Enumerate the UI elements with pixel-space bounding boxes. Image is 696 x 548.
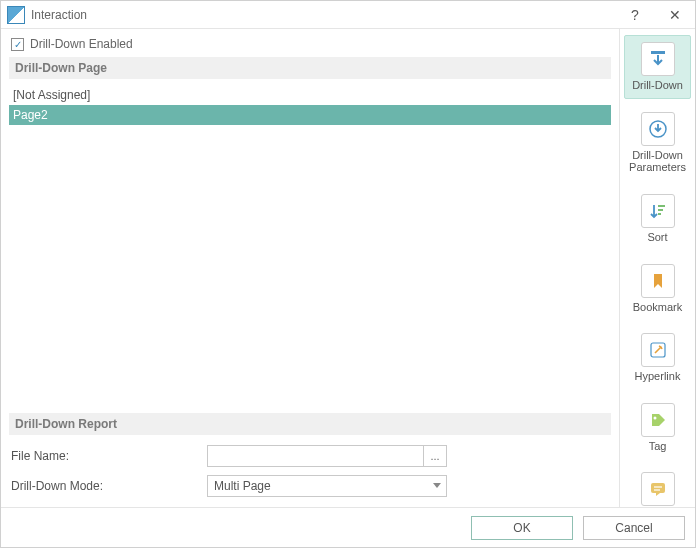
section-header-report: Drill-Down Report bbox=[9, 413, 611, 435]
page-list: [Not Assigned] Page2 bbox=[9, 85, 611, 125]
sidebar-item-bookmark[interactable]: Bookmark bbox=[624, 257, 691, 321]
tag-icon bbox=[641, 403, 675, 437]
close-button[interactable]: ✕ bbox=[655, 1, 695, 29]
titlebar: Interaction ? ✕ bbox=[1, 1, 695, 29]
sidebar-item-tag[interactable]: Tag bbox=[624, 396, 691, 460]
checkbox-icon: ✓ bbox=[11, 38, 24, 51]
spacer bbox=[9, 125, 611, 407]
cancel-button[interactable]: Cancel bbox=[583, 516, 685, 540]
sidebar-item-label: Drill-Down bbox=[632, 79, 683, 92]
app-icon bbox=[7, 6, 25, 24]
sidebar-item-label: Hyperlink bbox=[635, 370, 681, 383]
ok-button[interactable]: OK bbox=[471, 516, 573, 540]
drill-down-icon bbox=[641, 42, 675, 76]
checkbox-label: Drill-Down Enabled bbox=[30, 37, 133, 51]
sidebar-item-label: Drill-Down Parameters bbox=[627, 149, 688, 174]
mode-combo[interactable]: Multi Page bbox=[207, 475, 447, 497]
bookmark-icon bbox=[641, 264, 675, 298]
list-item[interactable]: Page2 bbox=[9, 105, 611, 125]
sidebar-item-drilldown[interactable]: Drill-Down bbox=[624, 35, 691, 99]
sort-icon bbox=[641, 194, 675, 228]
filename-input[interactable] bbox=[207, 445, 423, 467]
section-header-page: Drill-Down Page bbox=[9, 57, 611, 79]
svg-rect-7 bbox=[651, 483, 665, 493]
mode-combo-text: Multi Page bbox=[208, 479, 428, 493]
hyperlink-icon bbox=[641, 333, 675, 367]
mode-label: Drill-Down Mode: bbox=[9, 479, 199, 493]
drilldown-enabled-checkbox[interactable]: ✓ Drill-Down Enabled bbox=[9, 35, 611, 57]
sidebar-item-hyperlink[interactable]: Hyperlink bbox=[624, 326, 691, 390]
sidebar-item-sort[interactable]: Sort bbox=[624, 187, 691, 251]
svg-point-6 bbox=[653, 416, 656, 419]
footer: OK Cancel bbox=[1, 507, 695, 547]
browse-button[interactable]: ... bbox=[423, 445, 447, 467]
tooltip-icon bbox=[641, 472, 675, 506]
filename-label: File Name: bbox=[9, 449, 199, 463]
help-button[interactable]: ? bbox=[615, 1, 655, 29]
drill-down-params-icon bbox=[641, 112, 675, 146]
mode-row: Drill-Down Mode: Multi Page bbox=[9, 471, 611, 501]
sidebar-item-label: Tag bbox=[649, 440, 667, 453]
chevron-down-icon bbox=[428, 483, 446, 489]
side-panel: Drill-Down Drill-Down Parameters bbox=[619, 29, 695, 507]
sidebar-item-label: Sort bbox=[647, 231, 667, 244]
list-item[interactable]: [Not Assigned] bbox=[9, 85, 611, 105]
window-title: Interaction bbox=[31, 8, 615, 22]
window: Interaction ? ✕ ✓ Drill-Down Enabled Dri… bbox=[0, 0, 696, 548]
main-panel: ✓ Drill-Down Enabled Drill-Down Page [No… bbox=[1, 29, 619, 507]
sidebar-item-label: Bookmark bbox=[633, 301, 683, 314]
dialog-body: ✓ Drill-Down Enabled Drill-Down Page [No… bbox=[1, 29, 695, 507]
filename-input-group: ... bbox=[207, 445, 447, 467]
svg-rect-0 bbox=[651, 51, 665, 54]
filename-row: File Name: ... bbox=[9, 441, 611, 471]
sidebar-item-drilldown-params[interactable]: Drill-Down Parameters bbox=[624, 105, 691, 181]
